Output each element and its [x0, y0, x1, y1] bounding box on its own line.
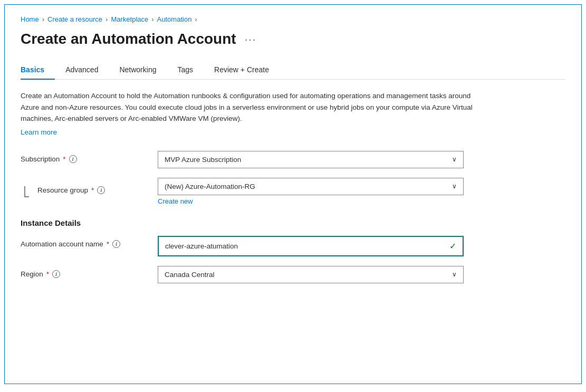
subscription-row: Subscription * i MVP Azure Subscription … [21, 151, 565, 168]
create-new-link[interactable]: Create new [158, 197, 193, 205]
breadcrumb-sep-2: › [105, 15, 108, 23]
region-row: Region * i Canada Central ∨ [21, 266, 565, 283]
resource-group-required: * [91, 186, 94, 194]
subscription-label: Subscription [21, 155, 60, 163]
rg-bracket-svg [21, 186, 29, 207]
automation-account-input-col: clever-azure-atumation ✓ [158, 236, 464, 256]
subscription-required: * [63, 155, 65, 163]
subscription-input-col: MVP Azure Subscription ∨ [158, 151, 464, 168]
automation-account-label-col: Automation account name * i [21, 236, 158, 248]
subscription-info-icon[interactable]: i [69, 155, 77, 163]
tab-basics[interactable]: Basics [21, 60, 55, 79]
breadcrumb: Home › Create a resource › Marketplace ›… [21, 15, 565, 23]
automation-account-required: * [107, 240, 109, 248]
learn-more-link[interactable]: Learn more [21, 128, 57, 136]
breadcrumb-sep-3: › [151, 15, 153, 23]
more-options-button[interactable]: ··· [243, 33, 259, 45]
page-container: Home › Create a resource › Marketplace ›… [4, 4, 582, 384]
region-value: Canada Central [165, 271, 215, 279]
breadcrumb-marketplace[interactable]: Marketplace [111, 15, 148, 23]
breadcrumb-sep-4: › [195, 15, 197, 23]
tab-advanced[interactable]: Advanced [55, 60, 109, 79]
breadcrumb-create-resource[interactable]: Create a resource [47, 15, 102, 23]
instance-details-title: Instance Details [21, 218, 565, 227]
automation-account-input[interactable]: clever-azure-atumation ✓ [158, 236, 464, 256]
region-label: Region [21, 270, 43, 278]
subscription-label-col: Subscription * i [21, 151, 158, 163]
breadcrumb-sep-1: › [42, 15, 44, 23]
automation-account-label: Automation account name [21, 240, 103, 248]
breadcrumb-home[interactable]: Home [21, 15, 39, 23]
region-required: * [46, 270, 49, 278]
region-info-icon[interactable]: i [52, 270, 60, 278]
automation-account-info-icon[interactable]: i [112, 240, 120, 248]
resource-group-input-col: (New) Azure-Automation-RG ∨ Create new [158, 178, 464, 205]
resource-group-row: Resource group * i (New) Azure-Automatio… [21, 178, 565, 209]
region-label-col: Region * i [21, 266, 158, 278]
resource-group-dropdown[interactable]: (New) Azure-Automation-RG ∨ [158, 178, 464, 195]
automation-account-value: clever-azure-atumation [165, 242, 238, 250]
rg-bracket [21, 182, 33, 209]
region-input-col: Canada Central ∨ [158, 266, 464, 283]
page-title-row: Create an Automation Account ··· [21, 31, 565, 47]
rg-indent: Resource group * i [21, 182, 105, 209]
resource-group-label-col: Resource group * i [21, 178, 158, 209]
region-dropdown-arrow: ∨ [452, 271, 457, 278]
tab-review-create[interactable]: Review + Create [204, 60, 280, 79]
tabs-container: Basics Advanced Networking Tags Review +… [21, 60, 565, 80]
subscription-dropdown[interactable]: MVP Azure Subscription ∨ [158, 151, 464, 168]
tab-networking[interactable]: Networking [109, 60, 167, 79]
breadcrumb-automation[interactable]: Automation [157, 15, 192, 23]
subscription-value: MVP Azure Subscription [165, 156, 241, 164]
resource-group-value: (New) Azure-Automation-RG [165, 183, 255, 190]
resource-group-info-icon[interactable]: i [97, 186, 105, 194]
tab-tags[interactable]: Tags [167, 60, 204, 79]
region-dropdown[interactable]: Canada Central ∨ [158, 266, 464, 283]
resource-group-label: Resource group [37, 186, 88, 194]
subscription-dropdown-arrow: ∨ [452, 156, 457, 163]
validation-check-icon: ✓ [449, 241, 456, 251]
automation-account-row: Automation account name * i clever-azure… [21, 236, 565, 256]
resource-group-dropdown-arrow: ∨ [452, 183, 457, 190]
page-title: Create an Automation Account [21, 31, 236, 47]
page-description: Create an Automation Account to hold the… [21, 90, 474, 125]
form-section: Subscription * i MVP Azure Subscription … [21, 151, 565, 283]
